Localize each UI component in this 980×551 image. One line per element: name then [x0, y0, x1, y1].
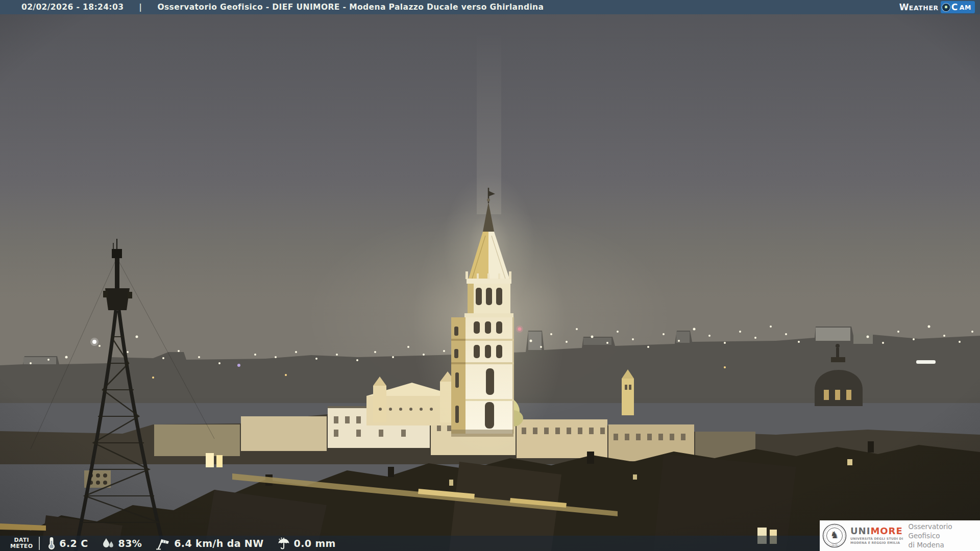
- university-subtitle-line2: MODENA E REGGIO EMILIA: [850, 541, 903, 545]
- unimore-wordmark: UNIMORE UNIVERSITÀ DEGLI STUDI DI MODENA…: [850, 527, 903, 545]
- precipitation-value: 0.0 mm: [294, 538, 336, 549]
- meteo-label: DATI METEO: [10, 537, 33, 550]
- humidity-drops-icon: [102, 537, 115, 549]
- umbrella-icon: [277, 537, 290, 550]
- webcam-photo: [0, 0, 980, 551]
- temperature-value: 6.2 C: [59, 538, 88, 549]
- seal-year: 1175: [831, 544, 838, 546]
- meteo-label-line2: METEO: [10, 543, 33, 549]
- university-subtitle-line1: UNIVERSITÀ DEGLI STUDI DI: [850, 537, 903, 541]
- wind-reading: 6.4 km/h da NW: [155, 537, 263, 550]
- header-separator: |: [139, 3, 142, 12]
- header-bar: 02/02/2026 - 18:24:03 | Osservatorio Geo…: [0, 0, 980, 14]
- thermometer-icon: [47, 537, 56, 550]
- precipitation-reading: 0.0 mm: [277, 537, 336, 550]
- vignette: [0, 0, 980, 551]
- weather-word-initial: W: [899, 2, 909, 12]
- webcam-frame: 02/02/2026 - 18:24:03 | Osservatorio Geo…: [0, 0, 980, 551]
- cam-word-initial: C: [951, 2, 958, 12]
- meteo-separator: [39, 537, 40, 550]
- unimore-uni-text: UNI: [850, 525, 870, 536]
- weathercam-word: WEATHER: [899, 2, 939, 12]
- observatory-name-line2: di Modena: [909, 540, 980, 549]
- svg-text:♞: ♞: [830, 529, 839, 540]
- page-title: Osservatorio Geofisico - DIEF UNIMORE - …: [157, 3, 544, 12]
- timestamp: 02/02/2026 - 18:24:03: [21, 3, 124, 12]
- unimore-brand-box: ♞ 1175 UNIMORE UNIVERSITÀ DEGLI STUDI DI…: [820, 520, 980, 551]
- cam-word-rest: AM: [960, 4, 971, 11]
- humidity-value: 83%: [118, 538, 142, 549]
- camera-lens-icon: [942, 4, 950, 11]
- unimore-seal-icon: ♞ 1175: [822, 523, 847, 548]
- observatory-name: Osservatorio Geofisico di Modena: [909, 522, 980, 549]
- windsock-icon: [155, 537, 170, 550]
- weathercam-cam-badge: CAM: [941, 1, 975, 13]
- temperature-reading: 6.2 C: [47, 537, 88, 550]
- unimore-more-text: MORE: [870, 525, 902, 536]
- humidity-reading: 83%: [102, 537, 142, 549]
- observatory-name-line1: Osservatorio Geofisico: [909, 522, 980, 540]
- weathercam-logo: WEATHER CAM: [899, 1, 975, 13]
- wind-value: 6.4 km/h da NW: [174, 538, 263, 549]
- weather-word-rest: EATHER: [909, 4, 939, 12]
